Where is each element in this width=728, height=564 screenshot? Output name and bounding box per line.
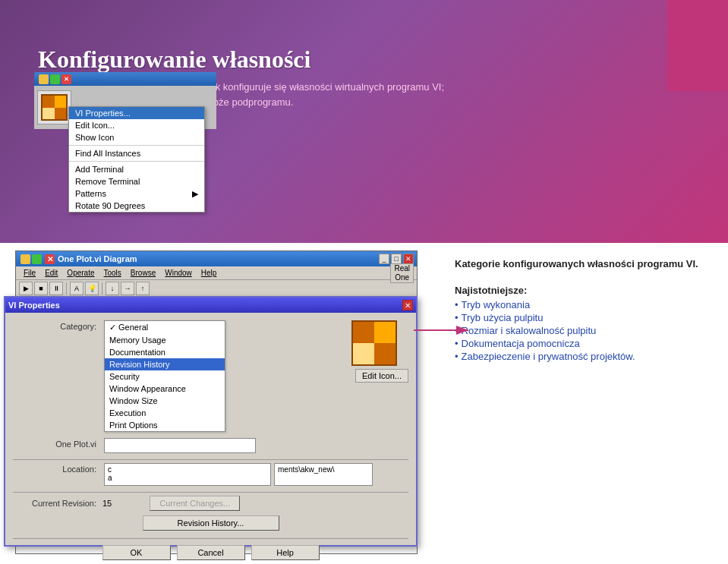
pink-accent-rect (667, 0, 728, 91)
location-path: ments\akw_new\ (278, 465, 334, 474)
cat-print-options[interactable]: Print Options (105, 419, 225, 431)
ctx-show-icon[interactable]: Show Icon (69, 131, 204, 143)
ctx-add-terminal[interactable]: Add Terminal (69, 163, 204, 175)
diagram-min-btn[interactable] (20, 254, 30, 264)
bullet-2: Rozmiar i skalowalność pulpitu (455, 325, 713, 336)
bullet-1: Tryb użycia pulpitu (455, 312, 713, 323)
menu-browse[interactable]: Browse (126, 269, 160, 277)
cat-revision[interactable]: Revision History (105, 358, 225, 370)
location-text2: a (108, 474, 267, 482)
toolbar-btn-text[interactable]: A (70, 282, 84, 295)
current-revision-value: 15 (102, 499, 112, 508)
toolbar-stop-btn[interactable]: ■ (34, 282, 48, 295)
edit-icon-button[interactable]: Edit Icon... (355, 369, 408, 383)
ctx-patterns[interactable]: Patterns (69, 187, 204, 200)
content-area: ✕ One Plot.vi Diagram _ □ ✕ File Edit Op… (0, 243, 728, 564)
cancel-button[interactable]: Cancel (177, 545, 245, 560)
vi-props-icon (351, 320, 397, 366)
vi-icon-q4 (55, 108, 67, 120)
cat-memory[interactable]: Memory Usage (105, 334, 225, 346)
toolbar-btn-step-out[interactable]: ↑ (136, 282, 150, 295)
menu-edit[interactable]: Edit (40, 269, 62, 277)
vi-name-row: One Plot.vi (13, 438, 408, 453)
diagram-btn1[interactable]: _ (379, 254, 389, 264)
toolbar-btn-step-into[interactable]: ↓ (106, 282, 119, 295)
ctx-vi-properties[interactable]: VI Properties... (69, 107, 204, 119)
arrow-svg (414, 319, 474, 342)
cat-general[interactable]: General (105, 321, 225, 334)
title-line1: Konfigurowanie własności (38, 46, 310, 73)
vi-icon-inner (41, 94, 68, 121)
vi-diagram-toolbar: ▶ ■ ⏸ A 💡 ↓ → ↑ (16, 280, 417, 297)
bullet-0: Tryb wykonania (455, 299, 713, 310)
real-one-label: Real One (390, 263, 414, 283)
vi-icon (37, 90, 71, 124)
vi-name-field[interactable] (104, 438, 256, 453)
icon-q2 (374, 322, 396, 343)
help-button[interactable]: Help (251, 545, 320, 560)
toolbar-run-btn[interactable]: ▶ (19, 282, 33, 295)
ctx-sep1 (69, 145, 204, 146)
right-panel: Kategorie konfigurowanych własności prog… (455, 258, 713, 364)
right-panel-title: Kategorie konfigurowanych własności prog… (455, 258, 713, 269)
cat-security[interactable]: Security (105, 370, 225, 383)
diagram-max-btn[interactable] (32, 254, 42, 264)
window-minimize-btn[interactable] (39, 74, 49, 84)
ok-button[interactable]: OK (102, 545, 171, 560)
divider2 (13, 492, 408, 493)
context-menu: VI Properties... Edit Icon... Show Icon … (68, 106, 205, 213)
toolbar-pause-btn[interactable]: ⏸ (49, 282, 63, 295)
location-content: c a ments\akw_new\ (104, 463, 373, 486)
window-close-btn[interactable]: ✕ (61, 74, 71, 84)
toolbar-btn-step-over[interactable]: → (121, 282, 134, 295)
vi-props-category-row: Category: General Memory Usage Documenta… (13, 320, 408, 432)
bullet-4: Zabezpieczenie i prywatność projektów. (455, 351, 713, 362)
diagram-close-btn[interactable]: ✕ (45, 254, 55, 264)
vi-diagram-titlebar: ✕ One Plot.vi Diagram _ □ ✕ (16, 251, 417, 266)
right-panel-subtitle: Najistotniejsze: (455, 285, 713, 296)
location-text1: c (108, 465, 267, 474)
cat-window-appearance[interactable]: Window Appearance (105, 383, 225, 395)
menu-tools[interactable]: Tools (99, 269, 126, 277)
revision-row: Current Revision: 15 Current Changes... (13, 496, 408, 511)
ctx-sep2 (69, 161, 204, 162)
vi-icon-q2 (55, 96, 67, 108)
category-menu: General Memory Usage Documentation Revis… (104, 320, 225, 432)
revision-history-row: Revision History... (13, 515, 408, 531)
revision-history-btn[interactable]: Revision History... (143, 515, 279, 531)
vi-icon-q3 (43, 108, 55, 120)
category-label: Category: (13, 320, 96, 331)
context-menu-area: ✕ VI Properties... Edit Icon... Show Ico… (34, 72, 216, 232)
cat-execution[interactable]: Execution (105, 407, 225, 419)
toolbar-divider2 (102, 282, 102, 295)
vi-diagram-menubar: File Edit Operate Tools Browse Window He… (16, 266, 417, 280)
menu-window[interactable]: Window (160, 269, 197, 277)
vi-name-content (104, 438, 256, 453)
location-row: Location: c a ments\akw_new\ (13, 463, 408, 486)
vi-props-body: Category: General Memory Usage Documenta… (5, 313, 416, 564)
vi-diagram-title: One Plot.vi Diagram (58, 254, 379, 263)
cat-documentation[interactable]: Documentation (105, 346, 225, 358)
current-revision-label: Current Revision: (13, 499, 96, 508)
vi-props-close-btn[interactable]: ✕ (402, 300, 413, 310)
ctx-edit-icon[interactable]: Edit Icon... (69, 119, 204, 131)
toolbar-btn-highlight[interactable]: 💡 (85, 282, 99, 295)
vi-icon-q1 (43, 96, 55, 108)
subtitle-line1: Tak konfiguruje się własności wirtualnyc… (205, 80, 444, 95)
ctx-find-all[interactable]: Find All Instances (69, 147, 204, 159)
bullet-list: Tryb wykonania Tryb użycia pulpitu Rozmi… (455, 299, 713, 362)
vi-name-label: One Plot.vi (13, 438, 96, 449)
cat-window-size[interactable]: Window Size (105, 395, 225, 407)
menu-help[interactable]: Help (197, 269, 222, 277)
location-path-box: ments\akw_new\ (274, 463, 373, 486)
window-maximize-btn[interactable] (50, 74, 60, 84)
ctx-remove-terminal[interactable]: Remove Terminal (69, 175, 204, 187)
toolbar-divider (66, 282, 67, 295)
ctx-rotate[interactable]: Rotate 90 Degrees (69, 200, 204, 212)
menu-file[interactable]: File (19, 269, 40, 277)
vi-props-titlebar: VI Properties ✕ (5, 298, 416, 313)
icon-q1 (353, 322, 374, 343)
menu-operate[interactable]: Operate (62, 269, 99, 277)
current-changes-btn[interactable]: Current Changes... (150, 496, 240, 511)
dialog-buttons-row: OK Cancel Help (13, 545, 408, 560)
